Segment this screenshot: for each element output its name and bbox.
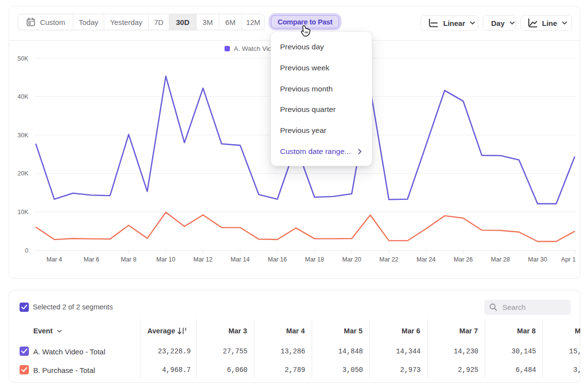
svg-text:Mar 30: Mar 30	[528, 256, 547, 263]
svg-text:10K: 10K	[18, 209, 29, 216]
svg-text:Mar 8: Mar 8	[121, 256, 136, 263]
svg-text:40K: 40K	[18, 93, 29, 100]
svg-text:50K: 50K	[18, 55, 29, 62]
svg-text:Mar 28: Mar 28	[491, 256, 510, 263]
svg-text:Mar 24: Mar 24	[417, 256, 436, 263]
svg-text:Mar 16: Mar 16	[268, 256, 287, 263]
svg-text:Mar 22: Mar 22	[380, 256, 399, 263]
svg-text:Mar 14: Mar 14	[231, 256, 250, 263]
svg-text:0: 0	[25, 247, 28, 254]
svg-text:Mar 4: Mar 4	[46, 256, 62, 263]
svg-text:Mar 12: Mar 12	[194, 256, 213, 263]
svg-text:Mar 20: Mar 20	[342, 256, 361, 263]
svg-text:30K: 30K	[18, 132, 29, 139]
svg-text:Apr 1: Apr 1	[561, 256, 576, 263]
svg-text:20K: 20K	[18, 170, 29, 177]
svg-text:Mar 26: Mar 26	[454, 256, 473, 263]
svg-text:Mar 10: Mar 10	[157, 256, 176, 263]
svg-text:Mar 18: Mar 18	[305, 256, 324, 263]
svg-text:Mar 6: Mar 6	[84, 256, 99, 263]
